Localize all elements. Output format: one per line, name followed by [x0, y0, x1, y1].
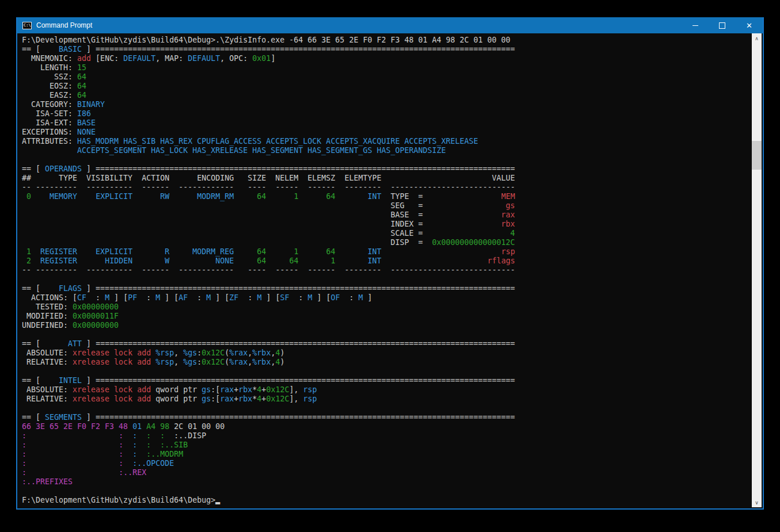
console-line: : : : : :..SIB [22, 441, 752, 450]
console-text-segment: xrelease lock add [73, 349, 151, 357]
console-text-segment: INTEL [59, 376, 82, 385]
console-text-segment: , [174, 358, 183, 366]
scroll-up-button[interactable]: ∧ [752, 33, 762, 43]
console-text-segment: 64 [77, 91, 86, 99]
console-text-segment: :..PREFIXES [22, 477, 73, 486]
console-text-segment [234, 183, 248, 192]
console-text-segment: == [ [22, 164, 45, 173]
console-line: MODIFIED: 0x0000011F [22, 312, 752, 321]
console-text-segment [26, 431, 119, 440]
console-text-segment: INDEX = [390, 220, 427, 228]
console-text-segment: ========================================… [96, 284, 515, 293]
console-text-segment: ABSOLUTE: [22, 385, 73, 394]
console-text-segment: TYPE = [382, 192, 428, 201]
console-text-segment: ] [82, 413, 96, 422]
console-text-segment [137, 431, 146, 440]
console-text-segment: == [ [22, 376, 59, 385]
console-text-segment [26, 441, 119, 449]
console-text-segment: ] [363, 293, 372, 302]
maximize-icon [719, 22, 725, 29]
console-line: EXCEPTIONS: NONE [22, 128, 752, 137]
console-text-segment: EXCEPTIONS: [22, 128, 77, 136]
chevron-up-icon: ∧ [755, 36, 759, 41]
console-text-segment: PF [128, 293, 137, 302]
scroll-down-button[interactable]: ∨ [752, 497, 762, 507]
console-text-segment: DISP = [390, 238, 427, 247]
console-text-segment [266, 247, 294, 256]
console-line: 0 MEMORY EXPLICIT RW MODRM_RM 64 1 64 IN… [22, 192, 752, 201]
console-text-segment: RELATIVE: [22, 358, 73, 366]
console-text-segment [22, 146, 77, 155]
console-line: ACCEPTS_SEGMENT HAS_LOCK HAS_XRELEASE HA… [22, 146, 752, 155]
console-text-segment [132, 192, 160, 201]
console-text-segment [137, 450, 146, 458]
console-line [22, 330, 752, 339]
maximize-button[interactable] [709, 17, 736, 33]
console-text-segment: 64 [289, 257, 298, 265]
console-text-segment: EOSZ: [22, 82, 77, 90]
console-text-segment [234, 192, 257, 201]
cmd-icon-glyph: C:\ [24, 22, 31, 28]
console-text-segment: M [359, 293, 363, 302]
close-button[interactable]: ✕ [736, 17, 763, 33]
console-text-segment: --------------------------- [391, 266, 515, 274]
console-text-segment: 64 [77, 82, 86, 90]
console-text-segment [31, 257, 40, 265]
minimize-button[interactable] [682, 17, 709, 33]
scrollbar-thumb[interactable] [752, 141, 762, 170]
console-text-segment: 64 [326, 247, 335, 256]
console-text-segment: , OPC: [220, 54, 252, 63]
console-text-segment: 0x12C [266, 395, 289, 403]
console-text-segment: : [340, 293, 359, 302]
console-text-segment: F:\Development\GitHub\zydis\Build64\Debu… [22, 496, 215, 504]
console-text-segment: qword ptr [151, 395, 201, 403]
console-text-segment: : [146, 431, 151, 440]
console-text-segment [266, 192, 294, 201]
console-text-segment: 0x0000011F [73, 312, 119, 320]
console-line [22, 487, 752, 496]
console-text-segment: rbx [501, 220, 515, 228]
console-text-segment: MNEMONIC: [22, 54, 77, 63]
console-text-segment [132, 266, 142, 274]
console-text-segment: : [22, 431, 26, 440]
console-text-segment [298, 183, 307, 192]
console-text-segment [427, 201, 505, 210]
console-text-segment: INT [368, 257, 382, 265]
console-text-segment [132, 247, 165, 256]
console-text-segment: I86 [77, 109, 91, 118]
console-text-segment: ## TYPE VISIBILITY ACTION ENCODING SIZE … [22, 174, 381, 182]
console-text-segment: 2C 01 00 00 [169, 422, 225, 431]
console-text-segment: ) [280, 349, 284, 357]
window-title: Command Prompt [36, 21, 682, 29]
console-text-segment [382, 247, 501, 256]
console-text-segment: xrelease lock add [73, 385, 151, 394]
console-text-segment: HIDDEN [105, 257, 132, 265]
console-line [22, 155, 752, 164]
console-text-segment: xrelease lock add [73, 395, 151, 403]
console-text-segment: ========================================… [96, 45, 515, 53]
cmd-icon[interactable]: C:\ [22, 22, 32, 29]
console-line: -- --------- ---------- ------ ---------… [22, 183, 752, 192]
console-text-segment: DEFAULT [188, 54, 220, 63]
console-text-segment [382, 257, 488, 265]
console-line: INDEX = rbx [22, 220, 752, 229]
console-text-segment: 0x00000000 [73, 303, 119, 311]
console-text-segment: ) [280, 358, 284, 366]
console-text-segment: %gs [183, 349, 197, 357]
titlebar[interactable]: C:\ Command Prompt ✕ [17, 17, 763, 33]
console-text-segment: BASE = [390, 210, 427, 219]
console-text-segment [77, 257, 105, 265]
console-text-segment: SF [280, 293, 289, 302]
console-text-segment: --------------------------- [391, 183, 515, 192]
console-text-segment: 0x00000000 [73, 321, 119, 330]
console-line: SCALE = 4 [22, 229, 752, 238]
console-text-segment [151, 349, 155, 357]
console-line [22, 404, 752, 413]
console-text-segment: ---------- [86, 266, 132, 274]
console-text-segment: gs [201, 385, 211, 394]
console-text-segment: BASE [77, 118, 96, 127]
console-text-segment: : [119, 441, 123, 449]
console-text-segment: == [ [22, 45, 59, 53]
console-text-segment: 66 3E 65 2E F0 F2 F3 48 [22, 422, 128, 431]
scrollbar[interactable]: ∧ ∨ [752, 33, 762, 507]
